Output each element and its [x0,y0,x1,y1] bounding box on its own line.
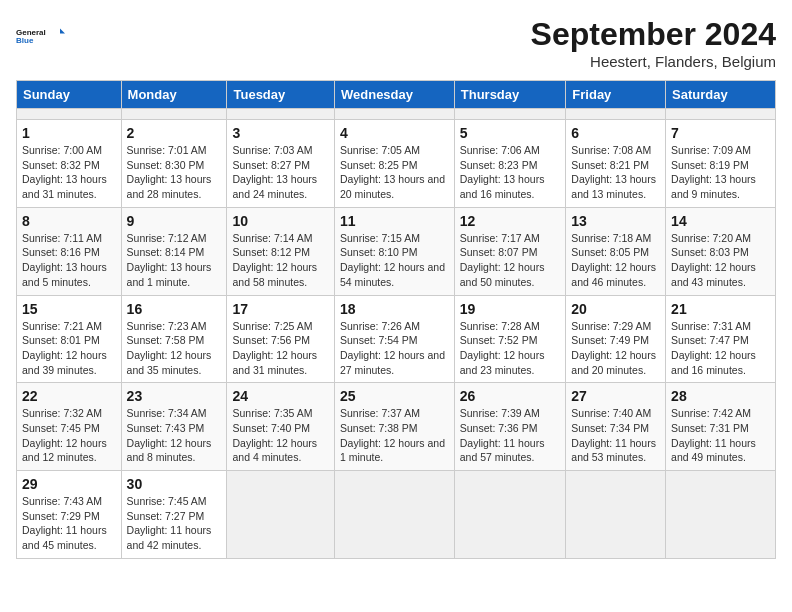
calendar-cell [227,109,335,120]
calendar-cell [454,471,566,559]
day-info: Sunrise: 7:25 AMSunset: 7:56 PMDaylight:… [232,320,317,376]
day-info: Sunrise: 7:23 AMSunset: 7:58 PMDaylight:… [127,320,212,376]
calendar-cell: 14 Sunrise: 7:20 AMSunset: 8:03 PMDaylig… [666,207,776,295]
day-number: 12 [460,213,561,229]
calendar-day-header: Wednesday [334,81,454,109]
day-number: 2 [127,125,222,141]
calendar-cell [566,471,666,559]
calendar-cell: 6 Sunrise: 7:08 AMSunset: 8:21 PMDayligh… [566,120,666,208]
day-info: Sunrise: 7:08 AMSunset: 8:21 PMDaylight:… [571,144,656,200]
calendar-week-row: 22 Sunrise: 7:32 AMSunset: 7:45 PMDaylig… [17,383,776,471]
day-info: Sunrise: 7:34 AMSunset: 7:43 PMDaylight:… [127,407,212,463]
calendar-cell: 18 Sunrise: 7:26 AMSunset: 7:54 PMDaylig… [334,295,454,383]
day-number: 1 [22,125,116,141]
calendar-day-header: Saturday [666,81,776,109]
day-info: Sunrise: 7:21 AMSunset: 8:01 PMDaylight:… [22,320,107,376]
day-number: 27 [571,388,660,404]
day-number: 20 [571,301,660,317]
calendar-cell: 5 Sunrise: 7:06 AMSunset: 8:23 PMDayligh… [454,120,566,208]
day-number: 16 [127,301,222,317]
day-number: 19 [460,301,561,317]
calendar-header-row: SundayMondayTuesdayWednesdayThursdayFrid… [17,81,776,109]
calendar-day-header: Thursday [454,81,566,109]
day-info: Sunrise: 7:43 AMSunset: 7:29 PMDaylight:… [22,495,107,551]
day-number: 9 [127,213,222,229]
calendar-cell: 7 Sunrise: 7:09 AMSunset: 8:19 PMDayligh… [666,120,776,208]
title-block: September 2024 Heestert, Flanders, Belgi… [531,16,776,70]
calendar-cell: 29 Sunrise: 7:43 AMSunset: 7:29 PMDaylig… [17,471,122,559]
day-number: 23 [127,388,222,404]
calendar-week-row: 29 Sunrise: 7:43 AMSunset: 7:29 PMDaylig… [17,471,776,559]
day-info: Sunrise: 7:01 AMSunset: 8:30 PMDaylight:… [127,144,212,200]
day-info: Sunrise: 7:03 AMSunset: 8:27 PMDaylight:… [232,144,317,200]
calendar-table: SundayMondayTuesdayWednesdayThursdayFrid… [16,80,776,559]
svg-marker-2 [60,29,65,34]
calendar-cell: 26 Sunrise: 7:39 AMSunset: 7:36 PMDaylig… [454,383,566,471]
day-number: 15 [22,301,116,317]
calendar-cell [121,109,227,120]
day-info: Sunrise: 7:05 AMSunset: 8:25 PMDaylight:… [340,144,445,200]
day-number: 21 [671,301,770,317]
calendar-cell [666,471,776,559]
calendar-cell: 17 Sunrise: 7:25 AMSunset: 7:56 PMDaylig… [227,295,335,383]
day-number: 7 [671,125,770,141]
calendar-cell: 30 Sunrise: 7:45 AMSunset: 7:27 PMDaylig… [121,471,227,559]
calendar-week-row: 1 Sunrise: 7:00 AMSunset: 8:32 PMDayligh… [17,120,776,208]
day-info: Sunrise: 7:09 AMSunset: 8:19 PMDaylight:… [671,144,756,200]
day-number: 18 [340,301,449,317]
logo-svg: General Blue [16,16,66,56]
day-number: 4 [340,125,449,141]
day-number: 14 [671,213,770,229]
page-header: General Blue September 2024 Heestert, Fl… [16,16,776,70]
day-number: 11 [340,213,449,229]
day-number: 5 [460,125,561,141]
day-info: Sunrise: 7:45 AMSunset: 7:27 PMDaylight:… [127,495,212,551]
logo: General Blue [16,16,66,56]
calendar-cell: 2 Sunrise: 7:01 AMSunset: 8:30 PMDayligh… [121,120,227,208]
day-number: 8 [22,213,116,229]
day-number: 24 [232,388,329,404]
calendar-cell [17,109,122,120]
calendar-cell: 25 Sunrise: 7:37 AMSunset: 7:38 PMDaylig… [334,383,454,471]
day-info: Sunrise: 7:17 AMSunset: 8:07 PMDaylight:… [460,232,545,288]
calendar-cell: 10 Sunrise: 7:14 AMSunset: 8:12 PMDaylig… [227,207,335,295]
day-info: Sunrise: 7:39 AMSunset: 7:36 PMDaylight:… [460,407,545,463]
calendar-cell: 8 Sunrise: 7:11 AMSunset: 8:16 PMDayligh… [17,207,122,295]
calendar-cell [454,109,566,120]
calendar-cell: 13 Sunrise: 7:18 AMSunset: 8:05 PMDaylig… [566,207,666,295]
calendar-cell: 11 Sunrise: 7:15 AMSunset: 8:10 PMDaylig… [334,207,454,295]
day-info: Sunrise: 7:11 AMSunset: 8:16 PMDaylight:… [22,232,107,288]
calendar-cell: 3 Sunrise: 7:03 AMSunset: 8:27 PMDayligh… [227,120,335,208]
calendar-cell: 12 Sunrise: 7:17 AMSunset: 8:07 PMDaylig… [454,207,566,295]
calendar-cell: 24 Sunrise: 7:35 AMSunset: 7:40 PMDaylig… [227,383,335,471]
day-info: Sunrise: 7:29 AMSunset: 7:49 PMDaylight:… [571,320,656,376]
calendar-cell [334,109,454,120]
day-number: 6 [571,125,660,141]
day-number: 22 [22,388,116,404]
day-info: Sunrise: 7:00 AMSunset: 8:32 PMDaylight:… [22,144,107,200]
calendar-week-row [17,109,776,120]
calendar-cell: 22 Sunrise: 7:32 AMSunset: 7:45 PMDaylig… [17,383,122,471]
day-info: Sunrise: 7:12 AMSunset: 8:14 PMDaylight:… [127,232,212,288]
calendar-cell [666,109,776,120]
calendar-cell: 21 Sunrise: 7:31 AMSunset: 7:47 PMDaylig… [666,295,776,383]
day-info: Sunrise: 7:14 AMSunset: 8:12 PMDaylight:… [232,232,317,288]
calendar-week-row: 8 Sunrise: 7:11 AMSunset: 8:16 PMDayligh… [17,207,776,295]
page-title: September 2024 [531,16,776,53]
calendar-cell: 23 Sunrise: 7:34 AMSunset: 7:43 PMDaylig… [121,383,227,471]
calendar-day-header: Monday [121,81,227,109]
calendar-day-header: Friday [566,81,666,109]
calendar-cell: 20 Sunrise: 7:29 AMSunset: 7:49 PMDaylig… [566,295,666,383]
day-info: Sunrise: 7:37 AMSunset: 7:38 PMDaylight:… [340,407,445,463]
calendar-week-row: 15 Sunrise: 7:21 AMSunset: 8:01 PMDaylig… [17,295,776,383]
day-number: 29 [22,476,116,492]
day-info: Sunrise: 7:15 AMSunset: 8:10 PMDaylight:… [340,232,445,288]
calendar-cell: 16 Sunrise: 7:23 AMSunset: 7:58 PMDaylig… [121,295,227,383]
day-info: Sunrise: 7:28 AMSunset: 7:52 PMDaylight:… [460,320,545,376]
calendar-cell: 28 Sunrise: 7:42 AMSunset: 7:31 PMDaylig… [666,383,776,471]
calendar-cell [334,471,454,559]
calendar-cell [227,471,335,559]
calendar-cell: 19 Sunrise: 7:28 AMSunset: 7:52 PMDaylig… [454,295,566,383]
day-info: Sunrise: 7:42 AMSunset: 7:31 PMDaylight:… [671,407,756,463]
calendar-cell: 9 Sunrise: 7:12 AMSunset: 8:14 PMDayligh… [121,207,227,295]
